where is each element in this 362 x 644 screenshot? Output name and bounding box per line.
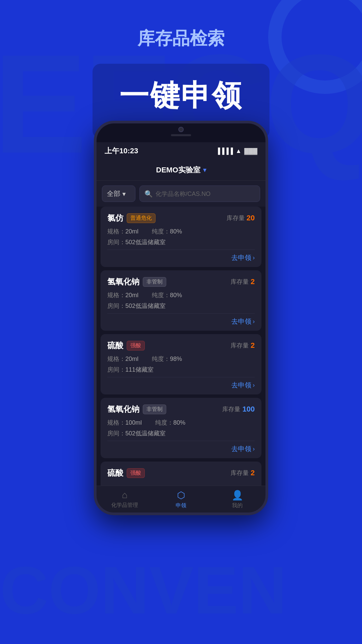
dropdown-arrow-icon: ▾ bbox=[203, 166, 206, 174]
phone-camera bbox=[178, 127, 184, 132]
stock-count-4: 100 bbox=[242, 405, 255, 414]
lab-selector[interactable]: DEMO实验室 ▾ bbox=[156, 165, 206, 175]
stock-area-4: 库存量 100 bbox=[222, 405, 255, 414]
spec-2: 规格：20ml bbox=[107, 291, 138, 299]
room-4: 房间：502低温储藏室 bbox=[107, 429, 255, 437]
status-time: 上午10:23 bbox=[105, 146, 138, 156]
card-name-area-4: 氢氧化钠 非管制 bbox=[107, 404, 166, 415]
nav-label-profile: 我的 bbox=[232, 502, 243, 509]
purity-1: 纯度：80% bbox=[152, 227, 182, 235]
chemical-card-3: 硫酸 强酸 库存量 2 规格：20ml 纯度：98% 房间：111储藏室 去申领… bbox=[101, 334, 261, 394]
chemical-card-1: 氯仿 普通危化 库存量 20 规格：20ml 纯度：80% 房间：502低温储藏… bbox=[101, 207, 261, 267]
stock-label-2: 库存量 bbox=[231, 278, 249, 286]
stock-count-5: 2 bbox=[251, 469, 255, 477]
phone-volume-up-button bbox=[94, 197, 95, 224]
page-title: 库存品检索 bbox=[0, 27, 362, 50]
chem-tag-2: 非管制 bbox=[143, 277, 166, 287]
chem-name-2: 氢氧化钠 bbox=[107, 276, 139, 287]
card-details-2: 规格：20ml 纯度：80% bbox=[107, 291, 255, 299]
apply-link-2[interactable]: 去申领 › bbox=[231, 317, 255, 326]
room-1: 房间：502低温储藏室 bbox=[107, 238, 255, 246]
search-input-wrap[interactable]: 🔍 化学品名称/CAS.NO bbox=[139, 185, 260, 202]
chevron-right-icon-4: › bbox=[253, 445, 255, 452]
stock-area-5: 库存量 2 bbox=[231, 469, 255, 477]
phone-mute-button bbox=[94, 174, 95, 191]
chem-name-5: 硫酸 bbox=[107, 468, 123, 478]
purity-4: 纯度：80% bbox=[155, 419, 185, 427]
status-icons: ▐▐▐▐ ▲ ▓▓▓ bbox=[216, 148, 257, 155]
card-name-area-2: 氢氧化钠 非管制 bbox=[107, 276, 166, 287]
nav-label-apply: 申领 bbox=[176, 502, 186, 509]
nav-label-chem-mgmt: 化学品管理 bbox=[111, 502, 138, 509]
nav-item-profile[interactable]: 👤 我的 bbox=[209, 486, 265, 513]
card-details-3: 规格：20ml 纯度：98% bbox=[107, 355, 255, 363]
card-name-area-3: 硫酸 强酸 bbox=[107, 340, 145, 351]
chem-tag-3: 强酸 bbox=[127, 341, 145, 351]
phone-speaker bbox=[171, 134, 191, 136]
card-details-4: 规格：100ml 纯度：80% bbox=[107, 419, 255, 427]
card-action-4: 去申领 › bbox=[107, 441, 255, 453]
purity-2: 纯度：80% bbox=[152, 291, 182, 299]
chem-name-3: 硫酸 bbox=[107, 340, 123, 351]
phone-power-button bbox=[267, 191, 268, 217]
stock-area-2: 库存量 2 bbox=[231, 277, 255, 286]
phone-mockup: 上午10:23 ▐▐▐▐ ▲ ▓▓▓ DEMO实验室 ▾ 全部 ▾ 🔍 化学品名… bbox=[94, 121, 268, 515]
chevron-right-icon-1: › bbox=[253, 254, 255, 261]
phone-volume-down-button bbox=[94, 231, 95, 258]
chem-tag-4: 非管制 bbox=[143, 405, 166, 414]
stock-label-1: 库存量 bbox=[227, 214, 245, 222]
card-header-4: 氢氧化钠 非管制 库存量 100 bbox=[107, 404, 255, 415]
stock-label-5: 库存量 bbox=[231, 469, 249, 477]
room-2: 房间：502低温储藏室 bbox=[107, 302, 255, 310]
card-header-1: 氯仿 普通危化 库存量 20 bbox=[107, 213, 255, 223]
status-bar: 上午10:23 ▐▐▐▐ ▲ ▓▓▓ bbox=[97, 142, 265, 160]
spec-3: 规格：20ml bbox=[107, 355, 138, 363]
stock-label-3: 库存量 bbox=[231, 341, 249, 350]
search-bar: 全部 ▾ 🔍 化学品名称/CAS.NO bbox=[97, 181, 265, 207]
apply-link-3[interactable]: 去申领 › bbox=[231, 381, 255, 390]
chem-tag-5: 强酸 bbox=[127, 468, 145, 478]
card-header-3: 硫酸 强酸 库存量 2 bbox=[107, 340, 255, 351]
stock-label-4: 库存量 bbox=[222, 405, 240, 413]
category-dropdown[interactable]: 全部 ▾ bbox=[102, 185, 135, 202]
purity-3: 纯度：98% bbox=[152, 355, 182, 363]
nav-person-icon: 👤 bbox=[232, 490, 243, 501]
phone-frame: 上午10:23 ▐▐▐▐ ▲ ▓▓▓ DEMO实验室 ▾ 全部 ▾ 🔍 化学品名… bbox=[94, 121, 268, 515]
header-area: 库存品检索 一键申领 bbox=[0, 0, 362, 139]
stock-count-1: 20 bbox=[247, 214, 255, 222]
bottom-navigation: ⌂ 化学品管理 ⬡ 申领 👤 我的 bbox=[97, 486, 265, 513]
nav-item-chem-mgmt[interactable]: ⌂ 化学品管理 bbox=[97, 486, 153, 513]
apply-link-4[interactable]: 去申领 › bbox=[231, 444, 255, 453]
spec-4: 规格：100ml bbox=[107, 419, 142, 427]
chevron-right-icon-3: › bbox=[253, 382, 255, 389]
card-action-3: 去申领 › bbox=[107, 377, 255, 390]
category-dropdown-icon: ▾ bbox=[122, 190, 126, 198]
chem-name-1: 氯仿 bbox=[107, 213, 123, 223]
stock-area-3: 库存量 2 bbox=[231, 341, 255, 350]
spec-1: 规格：20ml bbox=[107, 227, 138, 235]
search-placeholder: 化学品名称/CAS.NO bbox=[156, 190, 210, 198]
battery-icon: ▓▓▓ bbox=[244, 148, 257, 155]
chemicals-list: 氯仿 普通危化 库存量 20 规格：20ml 纯度：80% 房间：502低温储藏… bbox=[97, 207, 265, 486]
category-label: 全部 bbox=[107, 189, 120, 198]
nav-flask-icon: ⬡ bbox=[177, 490, 185, 501]
card-action-1: 去申领 › bbox=[107, 250, 255, 262]
nav-item-apply[interactable]: ⬡ 申领 bbox=[153, 486, 209, 513]
bg-text-bottom: CONVEN bbox=[0, 557, 287, 624]
signal-icon: ▐▐▐▐ bbox=[216, 148, 233, 155]
stock-area-1: 库存量 20 bbox=[227, 214, 255, 222]
search-icon: 🔍 bbox=[144, 190, 153, 198]
chevron-right-icon-2: › bbox=[253, 318, 255, 325]
chem-tag-1: 普通危化 bbox=[127, 213, 156, 223]
wifi-icon: ▲ bbox=[236, 148, 242, 155]
card-name-area-1: 氯仿 普通危化 bbox=[107, 213, 156, 223]
promo-text: 一键申领 bbox=[119, 76, 243, 116]
chem-name-4: 氢氧化钠 bbox=[107, 404, 139, 415]
stock-count-3: 2 bbox=[251, 341, 255, 350]
card-name-area-5: 硫酸 强酸 bbox=[107, 468, 145, 478]
app-header: DEMO实验室 ▾ bbox=[97, 160, 265, 181]
room-3: 房间：111储藏室 bbox=[107, 366, 255, 374]
apply-link-1[interactable]: 去申领 › bbox=[231, 253, 255, 262]
chemical-card-4: 氢氧化钠 非管制 库存量 100 规格：100ml 纯度：80% 房间：502低… bbox=[101, 398, 261, 458]
chemical-card-5: 硫酸 强酸 库存量 2 bbox=[101, 462, 261, 486]
